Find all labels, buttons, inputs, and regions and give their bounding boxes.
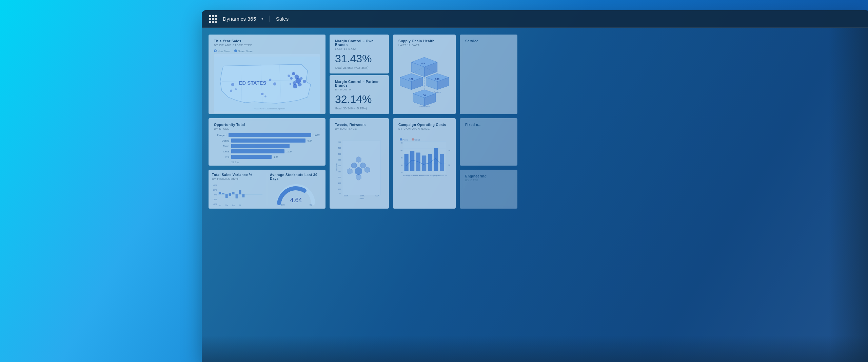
stockouts-svg: 4.64 0.80 9.24 <box>270 181 322 207</box>
svg-marker-63 <box>347 168 353 174</box>
card-opportunity: Opportunity Total BY STAGE Prospect 1.00… <box>209 118 326 166</box>
supply-subtitle: LAST 12 DATA <box>398 44 450 47</box>
map-legend: New Store Same Store <box>214 49 320 53</box>
svg-rect-113 <box>242 194 244 197</box>
title-separator <box>270 16 270 22</box>
svg-text:400: 400 <box>338 153 341 155</box>
svg-point-15 <box>288 74 290 77</box>
svg-point-12 <box>293 84 297 88</box>
margin-own-subtitle: LAST 12 DATA <box>335 47 383 50</box>
svg-text:50: 50 <box>423 94 426 97</box>
bar-prospect <box>229 133 311 137</box>
margin-own-value: 31.43% <box>335 53 383 64</box>
svg-text:0.80: 0.80 <box>281 204 285 206</box>
map-card-subtitle: BY ZIP AND STORE TYPE <box>214 44 320 47</box>
svg-text:Jan: Jan <box>219 205 221 206</box>
campaign-subtitle: BY CAMPAIGN NAME <box>398 127 450 130</box>
svg-text:Promo: Promo <box>402 139 408 141</box>
card-engineering: Engineering BY DATE <box>460 170 517 209</box>
card-supply-chain: Supply Chain Health LAST 12 DATA 175 300… <box>393 35 456 114</box>
svg-text:9.24: 9.24 <box>310 204 314 206</box>
svg-rect-72 <box>412 139 414 141</box>
svg-text:May: May <box>232 205 235 206</box>
svg-text:$0.1M: $0.1M <box>448 164 450 166</box>
svg-rect-92 <box>440 154 444 171</box>
svg-text:4.00K: 4.00K <box>375 195 379 197</box>
svg-text:20: 20 <box>400 164 402 166</box>
svg-text:450: 450 <box>338 147 341 149</box>
svg-rect-112 <box>239 190 241 194</box>
tweets-svg: 500 450 400 350 300 250 200 150 100 50 <box>335 133 383 201</box>
opportunity-total: 29.2% <box>231 161 320 164</box>
svg-text:ED STATES: ED STATES <box>239 80 267 86</box>
supply-visual: 175 300 Factory 150 50 <box>398 49 450 110</box>
card-margin-own: Margin Control – Own Brands LAST 12 DATA… <box>330 35 389 73</box>
variance-subtitle: BY FISCALMONTH <box>212 177 264 180</box>
bar-row-qualify: Qualify 9.24 <box>214 139 320 143</box>
bar-qualify <box>231 139 305 143</box>
app-name[interactable]: Dynamics 365 <box>223 16 256 22</box>
svg-point-19 <box>231 83 234 86</box>
tweets-title: Tweets, Retweets <box>335 123 383 127</box>
svg-text:60: 60 <box>400 149 402 151</box>
svg-rect-109 <box>229 193 231 196</box>
svg-text:80: 80 <box>400 142 402 144</box>
svg-text:$0.2M: $0.2M <box>448 149 450 151</box>
opportunity-chart: Prospect 1.00% Qualify 9.24 Prove Close <box>214 133 320 159</box>
dashboard-window: Dynamics 365 ▾ Sales This Year Sales BY … <box>202 10 868 362</box>
engineering-subtitle: BY DATE <box>465 179 512 182</box>
svg-point-11 <box>303 80 306 83</box>
svg-text:Critical: Critical <box>414 139 420 141</box>
svg-text:350: 350 <box>338 159 341 161</box>
svg-rect-88 <box>416 153 420 171</box>
svg-text:Retweets: Retweets <box>336 163 338 171</box>
tweets-subtitle: BY HASHTAGS <box>335 127 383 130</box>
svg-point-21 <box>235 88 237 90</box>
svg-text:150: 150 <box>409 78 414 81</box>
svg-point-23 <box>264 95 267 98</box>
svg-rect-107 <box>222 193 224 194</box>
opportunity-subtitle: BY STAGE <box>214 127 320 130</box>
same-store-dot <box>234 49 237 52</box>
campaign-title: Campaign Operating Costs <box>398 123 450 127</box>
svg-text:300: 300 <box>435 78 439 81</box>
margin-partner-subtitle: BY MONTH <box>335 88 383 91</box>
variance-section: Total Sales Variance % BY FISCALMONTH 40… <box>212 173 264 205</box>
svg-text:2.00K: 2.00K <box>360 195 365 197</box>
svg-rect-106 <box>219 192 221 194</box>
svg-marker-61 <box>356 157 361 163</box>
svg-point-20 <box>230 90 232 92</box>
svg-point-13 <box>290 83 292 85</box>
app-dropdown-chevron[interactable]: ▾ <box>261 17 263 21</box>
new-store-dot <box>214 49 217 52</box>
section-label: Sales <box>276 16 289 22</box>
map-visual: ED STATES © 2016 HERE © 2016 Microsoft C… <box>214 54 320 113</box>
svg-text:500: 500 <box>338 141 341 143</box>
svg-text:Tailored for You: Tailored for You <box>437 175 447 176</box>
svg-rect-70 <box>400 139 402 141</box>
variance-title: Total Sales Variance % <box>212 173 264 177</box>
stockouts-section: Average Stockouts Last 30 Days 4.64 0.80… <box>267 173 322 205</box>
card-campaign: Campaign Operating Costs BY CAMPAIGN NAM… <box>393 118 456 209</box>
svg-rect-89 <box>422 155 426 171</box>
card-service: Service <box>460 35 517 114</box>
bar-prove <box>231 144 290 148</box>
card-margin-partner: Margin Control – Partner Brands BY MONTH… <box>330 75 389 114</box>
variance-svg: 40% 20% 0% -20% -40% <box>212 183 264 207</box>
apps-menu-button[interactable] <box>207 13 219 25</box>
svg-rect-91 <box>434 148 438 171</box>
svg-text:Mar: Mar <box>225 205 228 206</box>
supply-chain-svg: 175 300 Factory 150 50 <box>398 49 450 110</box>
margin-partner-title: Margin Control – Partner Brands <box>335 80 383 87</box>
svg-text:-40%: -40% <box>213 203 217 205</box>
svg-rect-90 <box>428 154 432 171</box>
campaign-chart: Promo Critical 80 60 40 20 0 $0.2M $0.1M <box>398 133 450 204</box>
bar-itb <box>231 155 272 159</box>
svg-rect-108 <box>225 194 228 198</box>
svg-marker-60 <box>360 163 366 168</box>
card-tweets: Tweets, Retweets BY HASHTAGS 500 450 400… <box>330 118 389 209</box>
svg-point-22 <box>261 93 263 95</box>
svg-text:-20%: -20% <box>213 198 217 200</box>
margin-own-title: Margin Control – Own Brands <box>335 39 383 47</box>
svg-text:175: 175 <box>420 62 425 65</box>
